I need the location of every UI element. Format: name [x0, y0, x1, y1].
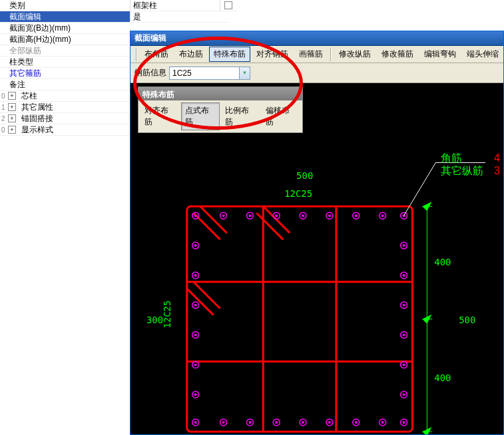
svg-point-31	[355, 421, 358, 424]
line-num: 0	[1, 126, 8, 134]
tree-row-display-style[interactable]: 0+显示样式	[0, 124, 130, 136]
tree-row-category[interactable]: 类别	[0, 0, 130, 11]
popup-body: 对齐布筋 点式布筋 比例布筋 偏移布筋	[138, 100, 302, 132]
svg-point-39	[194, 274, 197, 277]
popup-btn-point[interactable]: 点式布筋	[181, 102, 220, 130]
cad-viewport[interactable]: 500	[130, 83, 503, 434]
value-category[interactable]: 框架柱	[130, 0, 230, 11]
anno-other: 其它纵筋	[441, 165, 483, 176]
dim-right-500: 500	[459, 315, 475, 325]
reinf-label: 钢筋信息	[134, 67, 166, 78]
editor-title: 截面编辑	[130, 31, 503, 46]
editor-toolbar: 布角筋 布边筋 特殊布筋 对齐钢筋 画箍筋 修改纵筋 修改箍筋 编辑弯钩 端头伸…	[130, 46, 503, 63]
dim-500-top: 500	[296, 170, 313, 181]
svg-point-49	[403, 244, 405, 247]
checkbox-cell	[220, 0, 236, 11]
dim-right-2: 400	[434, 372, 451, 383]
svg-point-57	[403, 363, 405, 366]
tb-edge-rebar[interactable]: 布边筋	[174, 47, 208, 62]
tree-row-height-h[interactable]: 截面高(H边)(mm)	[0, 34, 130, 45]
toolbar-sep	[330, 48, 332, 61]
expand-icon[interactable]: +	[8, 114, 16, 122]
line-num: 1	[1, 104, 8, 111]
label-top: 12C25	[284, 188, 312, 199]
svg-point-7	[275, 214, 278, 217]
svg-point-3	[222, 214, 225, 217]
tb-corner-rebar[interactable]: 布角筋	[140, 47, 173, 62]
svg-point-27	[302, 421, 304, 424]
svg-point-33	[381, 421, 384, 424]
rebar-dots	[192, 212, 407, 426]
tree-row-all-rebar[interactable]: 全部纵筋	[0, 45, 130, 57]
hook	[194, 282, 220, 309]
tb-edit-hook[interactable]: 编辑弯钩	[419, 47, 461, 62]
dim-right-1: 400	[434, 257, 451, 267]
svg-point-45	[194, 363, 197, 366]
property-tree: 类别 截面编辑 截面宽(B边)(mm) 截面高(H边)(mm) 全部纵筋 柱类型…	[0, 0, 130, 136]
tb-align-rebar[interactable]: 对齐钢筋	[252, 47, 293, 62]
svg-point-5	[248, 214, 251, 217]
anno-3: 3	[494, 165, 500, 176]
tb-draw-stirrup[interactable]: 画箍筋	[294, 47, 328, 62]
line-num: 2	[1, 115, 8, 122]
popup-btn-offset[interactable]: 偏移布筋	[262, 102, 301, 130]
tree-row-other-stirrup[interactable]: 其它箍筋	[0, 68, 130, 79]
value-section-edit[interactable]: 是	[130, 11, 230, 23]
tree-row-width-b[interactable]: 截面宽(B边)(mm)	[0, 23, 130, 34]
svg-point-55	[403, 334, 405, 337]
value-column: 框架柱 是	[130, 0, 230, 23]
svg-point-19	[194, 421, 197, 424]
svg-point-53	[403, 304, 405, 307]
tree-row-other-attr[interactable]: 1+其它属性	[0, 102, 130, 113]
svg-point-47	[194, 393, 197, 396]
tree-row-remark[interactable]: 备注	[0, 79, 130, 90]
svg-line-67	[404, 163, 436, 216]
expand-icon[interactable]: +	[8, 103, 16, 111]
svg-point-41	[194, 304, 197, 307]
label-side: 12C25	[162, 301, 172, 329]
special-rebar-popup: 特殊布筋 对齐布筋 点式布筋 比例布筋 偏移布筋	[138, 86, 303, 133]
line-num: 0	[1, 92, 8, 100]
toolbar-sep	[136, 48, 137, 61]
svg-point-35	[403, 421, 405, 424]
tree-row-anchor[interactable]: 2+锚固搭接	[0, 113, 130, 124]
editor-toolbar2: 钢筋信息 1C25 ▼	[130, 63, 503, 83]
svg-point-51	[403, 274, 405, 277]
popup-btn-align[interactable]: 对齐布筋	[140, 102, 180, 130]
expand-icon[interactable]: +	[8, 92, 16, 100]
tree-row-section-edit[interactable]: 截面编辑	[0, 11, 130, 23]
dim-300: 300	[146, 315, 163, 325]
svg-point-43	[194, 334, 197, 337]
checkbox-column	[220, 0, 236, 11]
svg-point-11	[328, 214, 331, 217]
dropdown-icon[interactable]: ▼	[239, 67, 250, 79]
svg-point-29	[328, 421, 331, 424]
hook	[200, 206, 227, 233]
hook	[194, 213, 220, 239]
svg-point-13	[355, 214, 358, 217]
tb-end-extend[interactable]: 端头伸缩	[462, 47, 503, 62]
popup-title: 特殊布筋	[138, 87, 302, 100]
svg-point-1	[194, 214, 197, 217]
checkbox[interactable]	[224, 1, 232, 9]
svg-point-21	[222, 421, 225, 424]
reinf-combo[interactable]: 1C25 ▼	[169, 67, 250, 80]
svg-point-23	[248, 421, 251, 424]
expand-icon[interactable]: +	[8, 126, 16, 134]
cad-drawing: 500	[130, 83, 503, 434]
tree-row-col-type[interactable]: 柱类型	[0, 57, 130, 68]
tb-modify-long[interactable]: 修改纵筋	[334, 47, 376, 62]
svg-point-15	[381, 214, 384, 217]
anno-corner: 角筋	[441, 152, 462, 164]
reinf-value: 1C25	[172, 69, 192, 78]
svg-point-9	[302, 214, 304, 217]
outer-stirrup	[187, 206, 413, 432]
tree-row-core-col[interactable]: 0+芯柱	[0, 90, 130, 102]
anno-4: 4	[494, 152, 500, 164]
hook	[263, 206, 290, 233]
tb-modify-stirrup[interactable]: 修改箍筋	[377, 47, 418, 62]
hook	[187, 289, 214, 315]
popup-btn-ratio[interactable]: 比例布筋	[221, 102, 260, 130]
tb-special-rebar[interactable]: 特殊布筋	[209, 47, 250, 62]
svg-point-37	[194, 244, 197, 247]
